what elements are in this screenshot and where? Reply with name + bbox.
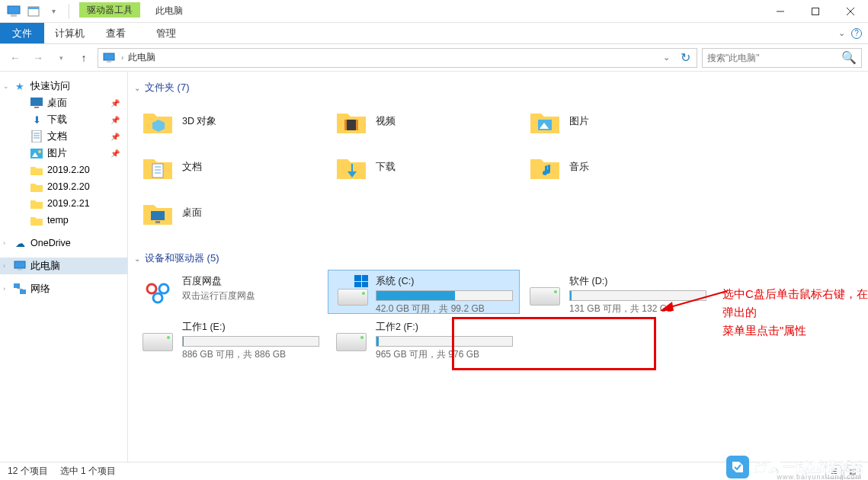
svg-rect-5 [812,8,819,15]
chevron-right-icon[interactable]: › [3,285,5,293]
search-icon[interactable]: 🔍 [841,50,857,65]
this-pc-icon [101,50,117,66]
chevron-right-icon[interactable]: › [3,262,5,270]
qat-item-icon[interactable] [26,4,41,19]
sidebar-label: 文档 [47,130,67,143]
drive-stats: 131 GB 可用，共 132 GB [569,302,706,315]
chevron-right-icon[interactable]: › [3,239,5,247]
breadcrumb-separator[interactable]: › [121,53,123,62]
ribbon-expand-icon[interactable]: ⌄ [838,28,845,38]
sidebar-pictures[interactable]: 图片 📌 [0,145,127,162]
watermark-url: www.baiyunxitong.com [777,473,862,480]
view-tab[interactable]: 查看 [95,23,136,43]
minimize-button[interactable] [763,0,798,23]
svg-point-38 [153,293,162,302]
address-dropdown-icon[interactable]: ⌄ [658,53,674,62]
desktop-icon [30,97,43,109]
folder-tile-pictures[interactable]: 图片 [521,99,713,143]
folder-tile-documents[interactable]: 文档 [134,145,326,189]
sidebar-documents[interactable]: 文档 📌 [0,128,127,145]
group-header-label: 设备和驱动器 (5) [145,251,219,265]
help-icon[interactable]: ? [851,28,862,39]
breadcrumb-this-pc[interactable]: 此电脑 [128,51,155,64]
drive-tile-c[interactable]: 系统 (C:) 42.0 GB 可用，共 99.2 GB [328,270,520,314]
svg-rect-20 [18,269,22,270]
back-button[interactable]: ← [6,49,24,67]
chevron-down-icon[interactable]: ⌄ [3,82,9,90]
file-tab[interactable]: 文件 [0,23,44,43]
folder-icon [528,104,562,138]
sidebar-desktop[interactable]: 桌面 📌 [0,94,127,111]
forward-button[interactable]: → [29,49,47,67]
pin-icon: 📌 [111,149,120,158]
chevron-down-icon: ⌄ [134,84,140,92]
sidebar-folder-1[interactable]: 2019.2.20 [0,162,127,178]
drives-group-header[interactable]: ⌄ 设备和驱动器 (5) [134,248,868,270]
svg-rect-12 [32,130,41,142]
drive-tile-e[interactable]: 工作1 (E:) 886 GB 可用，共 886 GB [134,315,326,360]
tile-label: 图片 [569,115,589,128]
qat-dropdown-icon[interactable]: ▾ [46,4,61,19]
window-controls [763,0,868,22]
drive-label: 软件 (D:) [569,275,706,288]
sidebar-label: 图片 [47,147,67,160]
sidebar-this-pc[interactable]: › 此电脑 [0,258,127,274]
sidebar-quick-access[interactable]: ⌄ ★ 快速访问 [0,78,127,94]
search-input[interactable] [707,53,841,63]
manage-tab[interactable]: 管理 [143,23,190,43]
folder-icon [30,181,43,193]
svg-rect-3 [28,7,39,9]
folder-tile-3d-objects[interactable]: 3D 对象 [134,99,326,143]
computer-tab[interactable]: 计算机 [44,23,95,43]
folders-group-header[interactable]: ⌄ 文件夹 (7) [134,78,868,99]
pin-icon: 📌 [111,99,120,107]
address-bar[interactable]: › 此电脑 ⌄ ↻ [98,48,697,68]
navigation-pane[interactable]: ⌄ ★ 快速访问 桌面 📌 ⬇ 下载 📌 文档 📌 图片 [0,72,128,462]
folder-tile-downloads[interactable]: 下载 [328,145,520,189]
download-icon: ⬇ [30,114,43,126]
recent-dropdown[interactable]: ▾ [52,49,70,67]
group-header-label: 文件夹 (7) [145,81,190,94]
folder-tile-music[interactable]: 音乐 [521,145,713,189]
star-icon: ★ [14,80,26,92]
maximize-button[interactable] [798,0,833,23]
sidebar-folder-temp[interactable]: temp [0,212,127,229]
drive-tile-baidu[interactable]: 百度网盘 双击运行百度网盘 [134,270,326,314]
windows-icon [354,275,368,287]
drive-label: 工作1 (E:) [182,321,319,334]
drive-tile-f[interactable]: 工作2 (F:) 965 GB 可用，共 976 GB [328,315,520,360]
cloud-icon: ☁ [14,237,26,249]
sidebar-onedrive[interactable]: › ☁ OneDrive [0,235,127,251]
ribbon-contextual-tab[interactable]: 驱动器工具 [79,2,140,18]
svg-point-36 [147,284,156,293]
svg-point-18 [38,150,41,153]
sidebar-downloads[interactable]: ⬇ 下载 📌 [0,111,127,128]
close-button[interactable] [833,0,868,23]
drive-usage-bar [569,290,706,301]
svg-rect-34 [151,211,165,220]
svg-rect-21 [14,283,20,288]
sidebar-folder-3[interactable]: 2019.2.21 [0,195,127,212]
svg-rect-10 [30,98,43,106]
svg-rect-16 [30,149,43,158]
drive-icon [141,321,175,351]
sidebar-network[interactable]: › 网络 [0,280,127,297]
folder-icon [30,214,43,226]
chevron-down-icon: ⌄ [134,254,140,263]
status-selected-count: 选中 1 个项目 [60,465,116,478]
folder-tile-desktop[interactable]: 桌面 [134,190,326,235]
folder-icon [141,104,175,138]
svg-rect-26 [344,120,347,130]
sidebar-label: 快速访问 [30,80,70,93]
folder-tile-videos[interactable]: 视频 [328,99,520,143]
refresh-icon[interactable]: ↻ [677,50,693,65]
tile-label: 视频 [376,115,396,128]
tile-label: 文档 [182,161,202,174]
drive-tile-d[interactable]: 软件 (D:) 131 GB 可用，共 132 GB [521,270,713,314]
sidebar-folder-2[interactable]: 2019.2.20 [0,178,127,195]
folder-icon [528,150,562,184]
status-item-count: 12 个项目 [8,465,48,478]
content-pane[interactable]: ⌄ 文件夹 (7) 3D 对象 视频 图片 文档 下载 [128,72,868,462]
search-box[interactable]: 🔍 [702,48,862,68]
up-button[interactable]: ↑ [75,49,93,67]
